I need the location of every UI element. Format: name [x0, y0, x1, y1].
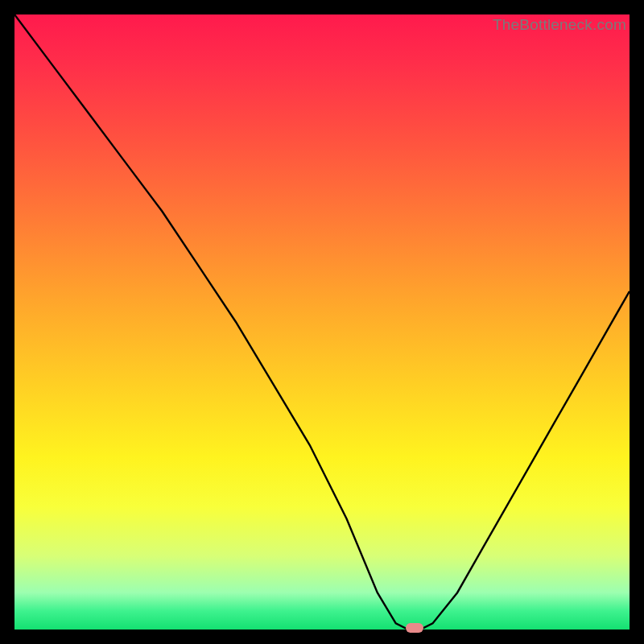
curve-path — [14, 14, 630, 630]
optimal-point-marker — [406, 623, 423, 633]
chart-frame: TheBottleneck.com — [0, 0, 644, 644]
bottleneck-curve — [14, 14, 630, 630]
chart-plot-area: TheBottleneck.com — [14, 14, 630, 630]
